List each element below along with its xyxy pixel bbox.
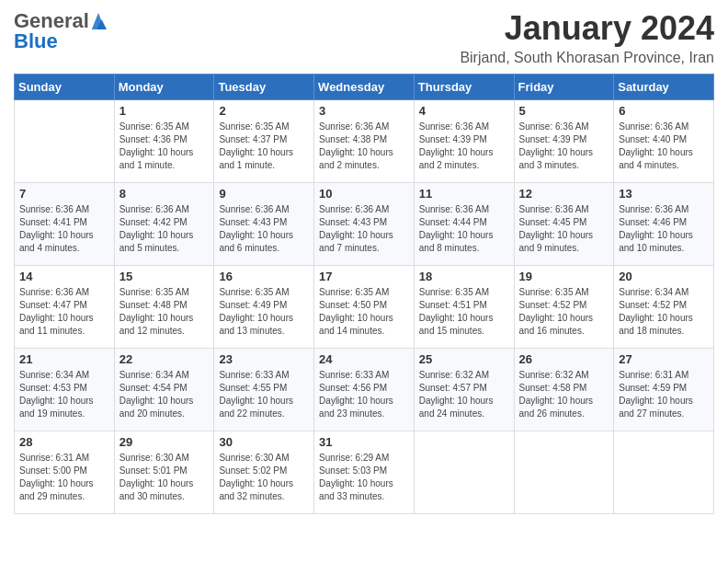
calendar-cell: 16Sunrise: 6:35 AM Sunset: 4:49 PM Dayli… <box>214 266 314 349</box>
day-number: 17 <box>319 270 409 283</box>
calendar-cell: 27Sunrise: 6:31 AM Sunset: 4:59 PM Dayli… <box>614 349 714 431</box>
day-info: Sunrise: 6:36 AM Sunset: 4:44 PM Dayligh… <box>419 203 509 255</box>
day-number: 22 <box>119 352 210 366</box>
calendar-cell: 21Sunrise: 6:34 AM Sunset: 4:53 PM Dayli… <box>15 349 115 431</box>
day-number: 29 <box>119 435 210 449</box>
calendar-cell: 25Sunrise: 6:32 AM Sunset: 4:57 PM Dayli… <box>414 349 514 431</box>
day-info: Sunrise: 6:30 AM Sunset: 5:01 PM Dayligh… <box>119 452 210 503</box>
calendar-cell: 11Sunrise: 6:36 AM Sunset: 4:44 PM Dayli… <box>414 183 514 266</box>
calendar-cell: 6Sunrise: 6:36 AM Sunset: 4:40 PM Daylig… <box>614 100 714 183</box>
day-info: Sunrise: 6:36 AM Sunset: 4:42 PM Dayligh… <box>119 203 210 255</box>
day-number: 24 <box>319 352 409 366</box>
day-info: Sunrise: 6:35 AM Sunset: 4:36 PM Dayligh… <box>119 121 210 172</box>
calendar-cell: 26Sunrise: 6:32 AM Sunset: 4:58 PM Dayli… <box>514 349 614 431</box>
day-info: Sunrise: 6:32 AM Sunset: 4:58 PM Dayligh… <box>519 369 609 420</box>
day-info: Sunrise: 6:34 AM Sunset: 4:52 PM Dayligh… <box>619 286 709 338</box>
day-info: Sunrise: 6:29 AM Sunset: 5:03 PM Dayligh… <box>319 452 409 503</box>
day-number: 25 <box>419 352 509 366</box>
calendar-cell: 10Sunrise: 6:36 AM Sunset: 4:43 PM Dayli… <box>314 183 415 266</box>
day-number: 28 <box>19 435 109 449</box>
calendar-cell: 31Sunrise: 6:29 AM Sunset: 5:03 PM Dayli… <box>314 431 415 514</box>
day-number: 27 <box>619 352 709 366</box>
day-number: 16 <box>219 270 309 283</box>
day-number: 30 <box>219 435 309 449</box>
calendar-cell: 14Sunrise: 6:36 AM Sunset: 4:47 PM Dayli… <box>15 266 115 349</box>
day-number: 14 <box>19 270 109 283</box>
calendar-cell: 7Sunrise: 6:36 AM Sunset: 4:41 PM Daylig… <box>15 183 115 266</box>
day-info: Sunrise: 6:31 AM Sunset: 5:00 PM Dayligh… <box>19 452 109 503</box>
day-info: Sunrise: 6:35 AM Sunset: 4:48 PM Dayligh… <box>119 286 210 338</box>
day-info: Sunrise: 6:35 AM Sunset: 4:50 PM Dayligh… <box>319 286 409 338</box>
calendar-cell: 28Sunrise: 6:31 AM Sunset: 5:00 PM Dayli… <box>15 431 115 514</box>
calendar-cell: 30Sunrise: 6:30 AM Sunset: 5:02 PM Dayli… <box>214 431 314 514</box>
day-number: 15 <box>119 270 210 283</box>
day-number: 7 <box>19 187 109 201</box>
calendar-header: SundayMondayTuesdayWednesdayThursdayFrid… <box>15 75 714 100</box>
day-info: Sunrise: 6:33 AM Sunset: 4:56 PM Dayligh… <box>319 369 409 420</box>
day-number: 3 <box>319 104 409 118</box>
day-number: 18 <box>419 270 509 283</box>
calendar-week-3: 14Sunrise: 6:36 AM Sunset: 4:47 PM Dayli… <box>15 266 714 349</box>
calendar-cell: 13Sunrise: 6:36 AM Sunset: 4:46 PM Dayli… <box>614 183 714 266</box>
calendar-cell: 9Sunrise: 6:36 AM Sunset: 4:43 PM Daylig… <box>214 183 314 266</box>
day-info: Sunrise: 6:36 AM Sunset: 4:47 PM Dayligh… <box>19 286 109 338</box>
day-info: Sunrise: 6:35 AM Sunset: 4:52 PM Dayligh… <box>519 286 609 338</box>
calendar-table: SundayMondayTuesdayWednesdayThursdayFrid… <box>14 74 714 514</box>
location-subtitle: Birjand, South Khorasan Province, Iran <box>460 50 714 66</box>
logo: General Blue <box>14 9 107 53</box>
calendar-cell: 2Sunrise: 6:35 AM Sunset: 4:37 PM Daylig… <box>214 100 314 183</box>
day-info: Sunrise: 6:36 AM Sunset: 4:46 PM Dayligh… <box>619 203 709 255</box>
calendar-cell: 23Sunrise: 6:33 AM Sunset: 4:55 PM Dayli… <box>214 349 314 431</box>
day-info: Sunrise: 6:36 AM Sunset: 4:45 PM Dayligh… <box>519 203 609 255</box>
day-of-week-tuesday: Tuesday <box>214 75 314 100</box>
calendar-week-1: 1Sunrise: 6:35 AM Sunset: 4:36 PM Daylig… <box>15 100 714 183</box>
title-block: January 2024 Birjand, South Khorasan Pro… <box>460 9 714 66</box>
calendar-cell: 1Sunrise: 6:35 AM Sunset: 4:36 PM Daylig… <box>114 100 214 183</box>
page-header: General Blue January 2024 Birjand, South… <box>14 9 714 66</box>
month-title: January 2024 <box>460 9 714 48</box>
day-number: 31 <box>319 435 409 449</box>
day-info: Sunrise: 6:36 AM Sunset: 4:43 PM Dayligh… <box>319 203 409 255</box>
day-number: 19 <box>519 270 609 283</box>
day-number: 11 <box>419 187 509 201</box>
day-info: Sunrise: 6:36 AM Sunset: 4:38 PM Dayligh… <box>319 121 409 172</box>
day-info: Sunrise: 6:32 AM Sunset: 4:57 PM Dayligh… <box>419 369 509 420</box>
calendar-cell <box>414 431 514 514</box>
calendar-week-5: 28Sunrise: 6:31 AM Sunset: 5:00 PM Dayli… <box>15 431 714 514</box>
day-info: Sunrise: 6:36 AM Sunset: 4:39 PM Dayligh… <box>419 121 509 172</box>
day-info: Sunrise: 6:33 AM Sunset: 4:55 PM Dayligh… <box>219 369 309 420</box>
day-of-week-wednesday: Wednesday <box>314 75 415 100</box>
day-info: Sunrise: 6:35 AM Sunset: 4:37 PM Dayligh… <box>219 121 309 172</box>
day-number: 4 <box>419 104 509 118</box>
calendar-cell: 29Sunrise: 6:30 AM Sunset: 5:01 PM Dayli… <box>114 431 214 514</box>
calendar-cell: 17Sunrise: 6:35 AM Sunset: 4:50 PM Dayli… <box>314 266 415 349</box>
calendar-cell: 8Sunrise: 6:36 AM Sunset: 4:42 PM Daylig… <box>114 183 214 266</box>
day-info: Sunrise: 6:31 AM Sunset: 4:59 PM Dayligh… <box>619 369 709 420</box>
calendar-cell: 4Sunrise: 6:36 AM Sunset: 4:39 PM Daylig… <box>414 100 514 183</box>
logo-blue-text: Blue <box>14 29 58 52</box>
day-number: 20 <box>619 270 709 283</box>
day-info: Sunrise: 6:30 AM Sunset: 5:02 PM Dayligh… <box>219 452 309 503</box>
day-info: Sunrise: 6:36 AM Sunset: 4:41 PM Dayligh… <box>19 203 109 255</box>
day-info: Sunrise: 6:36 AM Sunset: 4:43 PM Dayligh… <box>219 203 309 255</box>
day-of-week-monday: Monday <box>114 75 214 100</box>
day-number: 5 <box>519 104 609 118</box>
day-info: Sunrise: 6:36 AM Sunset: 4:39 PM Dayligh… <box>519 121 609 172</box>
day-number: 23 <box>219 352 309 366</box>
calendar-cell: 24Sunrise: 6:33 AM Sunset: 4:56 PM Dayli… <box>314 349 415 431</box>
calendar-cell <box>614 431 714 514</box>
day-info: Sunrise: 6:36 AM Sunset: 4:40 PM Dayligh… <box>619 121 709 172</box>
calendar-cell <box>514 431 614 514</box>
day-number: 12 <box>519 187 609 201</box>
calendar-cell: 19Sunrise: 6:35 AM Sunset: 4:52 PM Dayli… <box>514 266 614 349</box>
day-number: 6 <box>619 104 709 118</box>
calendar-week-2: 7Sunrise: 6:36 AM Sunset: 4:41 PM Daylig… <box>15 183 714 266</box>
day-number: 13 <box>619 187 709 201</box>
day-info: Sunrise: 6:34 AM Sunset: 4:53 PM Dayligh… <box>19 369 109 420</box>
day-number: 9 <box>219 187 309 201</box>
day-of-week-friday: Friday <box>514 75 614 100</box>
calendar-cell: 5Sunrise: 6:36 AM Sunset: 4:39 PM Daylig… <box>514 100 614 183</box>
calendar-cell: 20Sunrise: 6:34 AM Sunset: 4:52 PM Dayli… <box>614 266 714 349</box>
logo-icon <box>90 11 107 31</box>
calendar-cell <box>15 100 115 183</box>
